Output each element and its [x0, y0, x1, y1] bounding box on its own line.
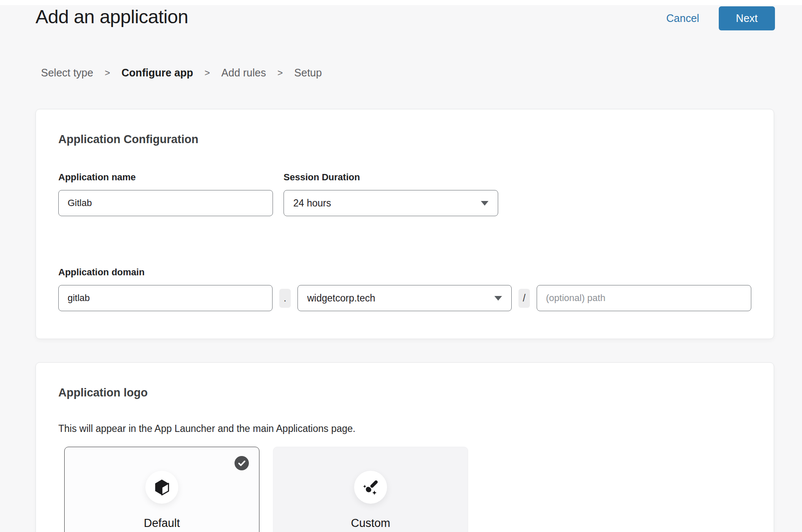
slash-separator: / — [518, 289, 530, 308]
cube-icon — [153, 478, 171, 496]
subdomain-input[interactable] — [58, 285, 273, 311]
logo-card-title: Application logo — [58, 385, 751, 400]
breadcrumb-step-configure-app[interactable]: Configure app — [122, 67, 193, 79]
breadcrumb-step-setup[interactable]: Setup — [294, 67, 322, 79]
path-input[interactable] — [537, 285, 751, 311]
breadcrumb-separator: > — [105, 68, 110, 79]
domain-select[interactable]: widgetcorp.tech — [297, 285, 512, 311]
header-actions: Cancel Next — [666, 6, 775, 30]
application-name-field: Application name — [58, 172, 273, 216]
session-duration-label: Session Duration — [284, 172, 498, 183]
default-logo-circle — [145, 471, 178, 504]
page-title: Add an application — [35, 4, 188, 30]
application-domain-label: Application domain — [58, 267, 751, 278]
session-duration-value: 24 hours — [293, 198, 331, 209]
application-name-input[interactable] — [58, 190, 273, 216]
logo-card-description: This will appear in the App Launcher and… — [58, 423, 751, 434]
session-duration-select[interactable]: 24 hours — [284, 190, 498, 216]
check-badge-icon — [235, 456, 249, 470]
custom-logo-circle — [354, 471, 387, 504]
logo-option-custom[interactable]: Custom — [273, 447, 468, 532]
chevron-down-icon — [481, 201, 488, 206]
logo-option-label: Default — [65, 517, 259, 530]
paintbrush-icon — [361, 478, 380, 497]
application-configuration-card: Application Configuration Application na… — [35, 109, 774, 339]
logo-options: Default Custom — [64, 447, 751, 532]
config-card-title: Application Configuration — [58, 132, 751, 147]
cancel-button[interactable]: Cancel — [666, 12, 699, 24]
next-button[interactable]: Next — [719, 6, 775, 30]
session-duration-field: Session Duration 24 hours — [284, 172, 498, 216]
application-domain-row: . widgetcorp.tech / — [58, 285, 751, 311]
name-duration-row: Application name Session Duration 24 hou… — [58, 172, 751, 216]
application-logo-card: Application logo This will appear in the… — [35, 362, 774, 532]
logo-option-default[interactable]: Default — [64, 447, 259, 532]
breadcrumb-separator: > — [205, 68, 210, 79]
breadcrumb-separator: > — [277, 68, 283, 79]
domain-select-value: widgetcorp.tech — [307, 293, 375, 304]
chevron-down-icon — [494, 296, 502, 301]
dot-separator: . — [279, 289, 291, 308]
breadcrumb-step-select-type[interactable]: Select type — [41, 67, 93, 79]
application-name-label: Application name — [58, 172, 273, 183]
logo-option-label: Custom — [273, 517, 468, 530]
breadcrumb-step-add-rules[interactable]: Add rules — [221, 67, 266, 79]
breadcrumb: Select type > Configure app > Add rules … — [41, 67, 322, 79]
